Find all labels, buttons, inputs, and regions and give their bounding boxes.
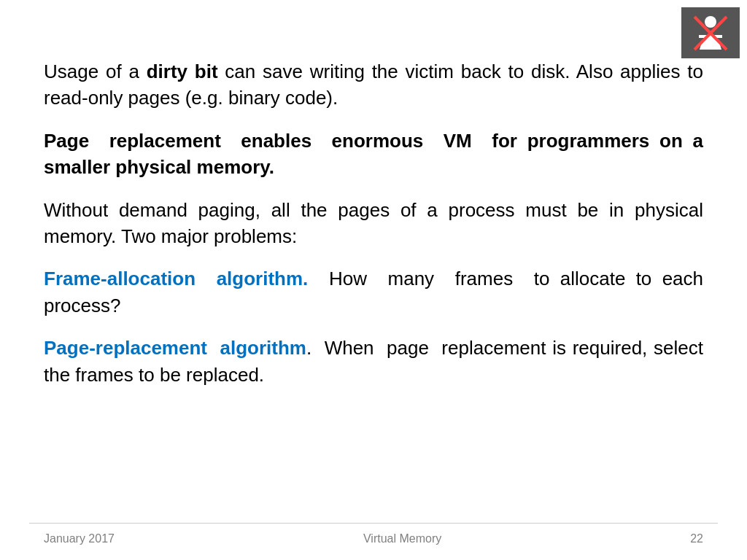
footer-page-number: 22 [690, 532, 703, 545]
paragraph-page-replacement-algo: Page-replacement algorithm. When page re… [44, 335, 703, 388]
paragraph-page-replacement-heading: Page replacement enables enormous VM for… [44, 128, 703, 181]
slide-container: Usage of a dirty bit can save writing th… [0, 0, 747, 560]
svg-point-1 [705, 16, 716, 28]
paragraph-demand-paging: Without demand paging, all the pages of … [44, 197, 703, 250]
footer-date: January 2017 [44, 532, 115, 545]
content-area: Usage of a dirty bit can save writing th… [44, 58, 703, 404]
dirty-bit-bold: dirty bit [147, 61, 218, 82]
footer-divider [29, 523, 718, 524]
institution-logo-icon [689, 13, 732, 53]
page-replacement-label: Page-replacement algorithm [44, 337, 306, 359]
paragraph-dirty-bit: Usage of a dirty bit can save writing th… [44, 58, 703, 112]
logo-area [681, 7, 740, 58]
footer: January 2017 Virtual Memory 22 [0, 532, 747, 545]
footer-title: Virtual Memory [363, 532, 441, 545]
frame-allocation-label: Frame-allocation algorithm. [44, 268, 308, 289]
paragraph-frame-allocation: Frame-allocation algorithm. How many fra… [44, 265, 703, 319]
